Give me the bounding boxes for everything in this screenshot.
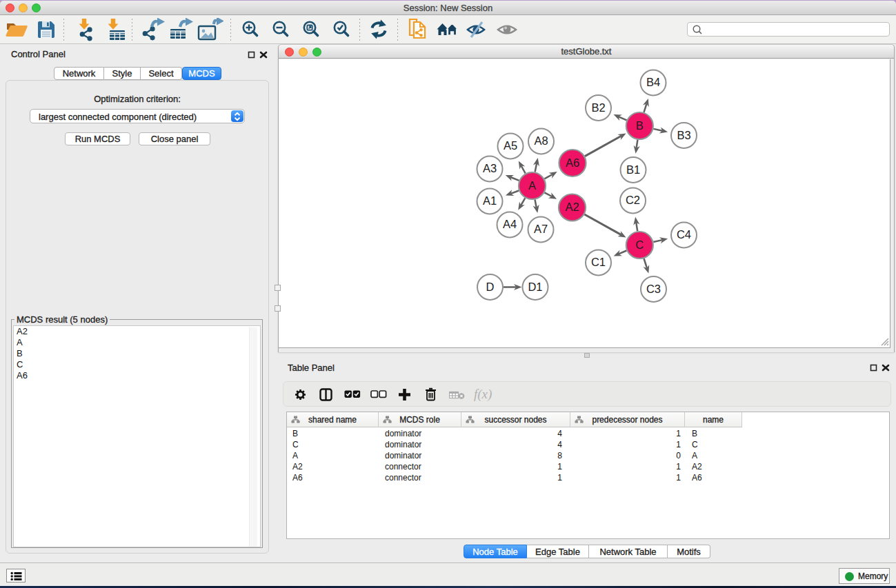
svg-text:A7: A7: [534, 223, 548, 235]
svg-text:A3: A3: [483, 162, 497, 174]
svg-text:C: C: [635, 239, 644, 251]
svg-text:A6: A6: [566, 156, 579, 169]
svg-text:B3: B3: [677, 129, 690, 141]
svg-text:D: D: [486, 281, 495, 293]
svg-text:A1: A1: [483, 194, 497, 207]
svg-text:D1: D1: [528, 281, 542, 293]
svg-text:C4: C4: [677, 228, 691, 241]
svg-text:B1: B1: [626, 163, 640, 176]
svg-text:C3: C3: [646, 283, 661, 295]
svg-text:B: B: [636, 119, 644, 132]
svg-text:B4: B4: [646, 76, 660, 88]
svg-text:A8: A8: [534, 134, 548, 147]
svg-text:C2: C2: [626, 194, 640, 206]
svg-text:A5: A5: [504, 139, 517, 152]
svg-text:B2: B2: [591, 101, 605, 114]
svg-text:A4: A4: [503, 218, 517, 230]
svg-text:A2: A2: [565, 201, 579, 213]
svg-text:A: A: [528, 179, 536, 192]
svg-text:C1: C1: [591, 256, 606, 268]
